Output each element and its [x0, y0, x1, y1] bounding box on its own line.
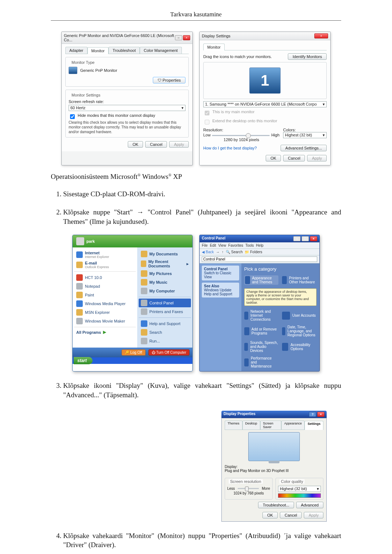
start-button[interactable]: start [74, 357, 93, 364]
minimize-icon[interactable]: – [175, 35, 182, 40]
close-icon[interactable]: × [317, 412, 324, 417]
advanced-button[interactable]: Advanced [296, 502, 323, 508]
start-help[interactable]: Help and Support [139, 319, 191, 328]
menu-favorites[interactable]: Favorites [228, 243, 243, 247]
minimize-icon[interactable]: – [293, 236, 301, 241]
tab-monitor[interactable]: Monitor [203, 44, 225, 50]
start-item-moviemaker[interactable]: Windows Movie Maker [74, 317, 136, 325]
start-control-panel[interactable]: Control Panel [139, 299, 191, 307]
menu-tools[interactable]: Tools [245, 243, 254, 247]
start-my-computer[interactable]: My Computer [139, 287, 191, 295]
start-item-hct[interactable]: HCT 10.0 [74, 273, 136, 282]
start-item-wmp[interactable]: Windows Media Player [74, 299, 136, 308]
cancel-button[interactable]: Cancel [283, 155, 305, 161]
up-button[interactable]: ↑ [222, 250, 224, 254]
help-support-link[interactable]: Help and Support [204, 292, 237, 296]
ok-button[interactable]: OK [266, 155, 281, 161]
arrow-right-icon: ▸ [187, 262, 189, 266]
figure-row-2: park InternetInternet Explorer E-mailOut… [51, 235, 341, 372]
folders-button[interactable]: 📁 Folders [245, 250, 262, 254]
start-item-msn[interactable]: MSN Explorer [74, 308, 136, 317]
turn-off-button[interactable]: ⏻ Turn Off Computer [148, 349, 189, 356]
search-icon [141, 329, 147, 336]
cancel-button[interactable]: Cancel [145, 141, 167, 148]
start-item-paint[interactable]: Paint [74, 291, 136, 299]
tab-monitor[interactable]: Monitor [87, 47, 109, 54]
cat-network[interactable]: Network and Internet Connections [244, 309, 279, 321]
forward-button[interactable]: → [216, 250, 220, 254]
colors-select[interactable]: Highest (32 bit) ▾ [283, 132, 327, 138]
res-more-label: More [262, 487, 270, 491]
monitor-1-icon[interactable]: 1 [249, 67, 281, 94]
windows-update-link[interactable]: Windows Update [204, 288, 237, 292]
cat-accessibility[interactable]: Accessibility Options [282, 341, 317, 353]
start-item-internet[interactable]: InternetInternet Explorer [74, 250, 136, 260]
log-off-button[interactable]: 🔑 Log Off [122, 349, 145, 356]
help-icon[interactable]: ? [309, 412, 316, 417]
cancel-button[interactable]: Cancel [280, 512, 302, 518]
tab-appearance[interactable]: Appearance [281, 420, 305, 430]
tab-settings[interactable]: Settings [305, 421, 323, 430]
cat-sounds[interactable]: Sounds, Speech, and Audio Devices [244, 341, 279, 353]
start-printers[interactable]: Printers and Faxes [139, 307, 191, 316]
close-icon[interactable]: × [314, 33, 328, 38]
menu-file[interactable]: File [202, 243, 208, 247]
tab-color-management[interactable]: Color Management [140, 47, 182, 54]
tab-troubleshoot[interactable]: Troubleshoot [109, 47, 140, 54]
start-item-email[interactable]: E-mailOutlook Express [74, 260, 136, 270]
start-search[interactable]: Search [139, 328, 191, 337]
properties-button[interactable]: 🛡 Properties [153, 77, 185, 83]
dialog-title: Display Settings [202, 34, 230, 38]
tooltip: Change the appearance of desktop items, … [244, 288, 317, 306]
close-icon[interactable]: × [183, 35, 190, 40]
avatar-icon [76, 237, 84, 245]
cat-user-accounts[interactable]: User Accounts [282, 309, 317, 321]
apply-button[interactable]: Apply [169, 141, 189, 148]
close-icon[interactable]: × [310, 236, 317, 241]
cat-appearance-themes[interactable]: Appearance and Themes [244, 275, 279, 285]
maximize-icon[interactable]: □ [302, 236, 309, 241]
tab-themes[interactable]: Themes [225, 420, 242, 430]
start-my-documents[interactable]: My Documents [139, 250, 191, 258]
start-recent-documents[interactable]: My Recent Documents ▸ [139, 258, 191, 269]
start-run[interactable]: Run... [139, 337, 191, 345]
network-icon [244, 312, 248, 320]
tab-screensaver[interactable]: Screen Saver [260, 420, 281, 430]
apply-button[interactable]: Apply [307, 155, 327, 161]
ok-button[interactable]: OK [262, 512, 278, 518]
start-my-pictures[interactable]: My Pictures [139, 269, 191, 278]
menu-help[interactable]: Help [256, 243, 264, 247]
sounds-icon [244, 343, 248, 351]
cat-add-remove[interactable]: Add or Remove Programs [244, 325, 279, 337]
cat-date-time[interactable]: Date, Time, Language, and Regional Optio… [282, 325, 317, 337]
resolution-slider[interactable] [212, 135, 270, 136]
tab-adapter[interactable]: Adapter [65, 47, 87, 54]
identify-monitors-button[interactable]: Identify Monitors [288, 53, 327, 60]
hide-modes-checkbox[interactable] [70, 114, 75, 119]
display-device-select[interactable]: 1. Samsung **** on NVIDIA GeForce 6600 L… [203, 101, 327, 107]
monitor-type-value: Generic PnP Monitor [80, 68, 117, 73]
start-item-notepad[interactable]: Notepad [74, 282, 136, 291]
tab-desktop[interactable]: Desktop [242, 420, 260, 430]
ok-button[interactable]: OK [128, 141, 143, 148]
resolution-slider[interactable] [238, 488, 259, 489]
best-display-link[interactable]: How do I get the best display? [203, 146, 257, 150]
address-input[interactable] [202, 257, 317, 262]
refresh-rate-select[interactable]: 60 Hertz ▾ [69, 105, 185, 111]
menu-edit[interactable]: Edit [210, 243, 216, 247]
apply-button[interactable]: Apply [304, 512, 323, 518]
start-my-music[interactable]: My Music [139, 278, 191, 287]
cat-performance[interactable]: Performance and Maintenance [244, 356, 279, 368]
back-button[interactable]: ◀ Back [202, 250, 214, 254]
slider-thumb[interactable] [246, 133, 251, 138]
advanced-settings-button[interactable]: Advanced Settings... [281, 145, 327, 151]
search-button[interactable]: 🔍 Search [226, 250, 242, 254]
cat-printers-hardware[interactable]: Printers and Other Hardware [282, 275, 317, 285]
troubleshoot-button[interactable]: Troubleshoot... [258, 502, 294, 508]
resolution-low-label: Low [203, 133, 211, 137]
menu-view[interactable]: View [218, 243, 226, 247]
slider-thumb[interactable] [245, 487, 249, 491]
color-quality-select[interactable]: Highest (32 bit) ▾ [278, 486, 321, 492]
start-all-programs[interactable]: All Programs ▶ [74, 329, 136, 336]
switch-classic-link[interactable]: Switch to Classic View [204, 271, 237, 279]
